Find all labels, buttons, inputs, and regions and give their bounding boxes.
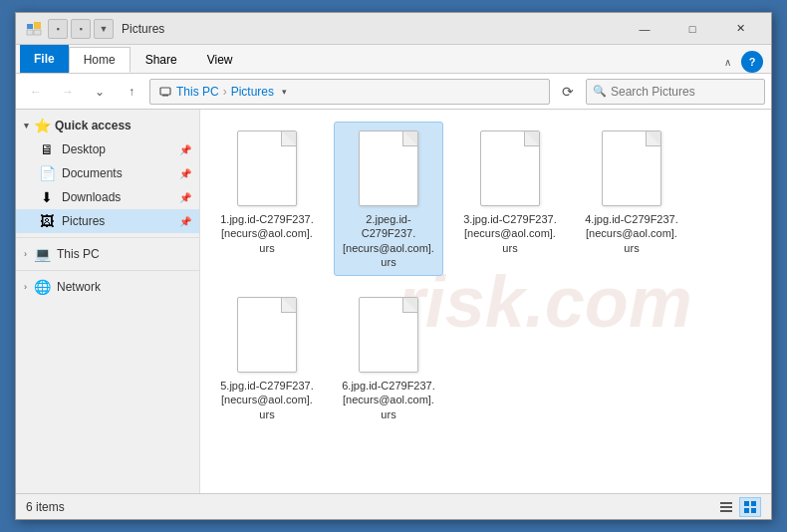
files-grid: 1.jpg.id-C279F237.[necurs@aol.com].urs 2… xyxy=(212,122,759,428)
thispc-icon: 💻 xyxy=(33,246,51,262)
window-controls: — □ ✕ xyxy=(622,14,763,44)
sidebar-item-documents[interactable]: 📄 Documents 📌 xyxy=(16,161,199,185)
svg-rect-7 xyxy=(720,506,732,508)
file-page-6 xyxy=(359,297,418,373)
sidebar-item-pictures[interactable]: 🖼 Pictures 📌 xyxy=(16,209,199,233)
ribbon: File Home Share View ∧ ? xyxy=(16,45,771,74)
sidebar-item-thispc[interactable]: › 💻 This PC xyxy=(16,242,199,266)
file-icon-6 xyxy=(354,295,423,375)
file-icon-4 xyxy=(597,129,666,208)
file-page-2 xyxy=(359,131,418,206)
explorer-window: ▪ ▪ ▼ Pictures — □ ✕ File Home Share Vie… xyxy=(15,12,772,520)
file-name-6: 6.jpg.id-C279F237.[necurs@aol.com].urs xyxy=(341,379,436,421)
sidebar-item-thispc-label: This PC xyxy=(57,247,100,261)
file-item[interactable]: 3.jpg.id-C279F237.[necurs@aol.com].urs xyxy=(455,122,565,276)
status-count: 6 items xyxy=(26,500,715,514)
qs-btn-1[interactable]: ▪ xyxy=(48,19,68,39)
file-name-5: 5.jpg.id-C279F237.[necurs@aol.com].urs xyxy=(219,379,315,421)
search-box[interactable]: 🔍 xyxy=(586,79,765,105)
svg-rect-0 xyxy=(27,24,33,29)
svg-rect-5 xyxy=(162,95,168,97)
file-item[interactable]: 4.jpg.id-C279F237.[necurs@aol.com].urs xyxy=(577,122,686,276)
search-icon: 🔍 xyxy=(593,85,607,98)
search-input[interactable] xyxy=(611,85,760,99)
svg-rect-6 xyxy=(720,502,732,504)
network-icon: 🌐 xyxy=(33,279,51,295)
qs-btn-2[interactable]: ▪ xyxy=(71,19,91,39)
address-bar-area: ← → ⌄ ↑ This PC › Pictures ▾ ⟳ 🔍 xyxy=(16,74,771,110)
sidebar-divider-1 xyxy=(16,237,199,238)
sidebar-item-downloads-label: Downloads xyxy=(62,190,121,204)
file-icon-2 xyxy=(354,129,423,208)
sidebar: ▾ ⭐ Quick access 🖥 Desktop 📌 📄 Documents… xyxy=(16,110,200,493)
title-bar: ▪ ▪ ▼ Pictures — □ ✕ xyxy=(16,13,771,45)
address-box[interactable]: This PC › Pictures ▾ xyxy=(149,79,550,105)
details-view-button[interactable] xyxy=(715,497,737,517)
address-part-pictures[interactable]: Pictures xyxy=(231,85,274,99)
file-page-4 xyxy=(602,131,661,206)
file-name-3: 3.jpg.id-C279F237.[necurs@aol.com].urs xyxy=(462,212,558,255)
maximize-button[interactable]: □ xyxy=(669,14,715,44)
tab-home[interactable]: Home xyxy=(69,47,131,73)
up-button[interactable]: ↑ xyxy=(118,78,145,106)
tab-file[interactable]: File xyxy=(20,45,69,73)
content-area[interactable]: risk.com 1.jpg.id-C279F237.[necurs@aol.c… xyxy=(200,110,771,493)
file-name-4: 4.jpg.id-C279F237.[necurs@aol.com].urs xyxy=(584,212,679,255)
quickaccess-star-icon: ⭐ xyxy=(33,118,51,133)
back-button[interactable]: ← xyxy=(22,78,50,106)
svg-rect-8 xyxy=(720,510,732,512)
svg-rect-10 xyxy=(751,501,756,506)
sidebar-item-network[interactable]: › 🌐 Network xyxy=(16,275,199,299)
help-button[interactable]: ? xyxy=(741,51,763,73)
pin-icon-desktop: 📌 xyxy=(179,144,191,155)
file-item-selected[interactable]: 2.jpeg.id-C279F237.[necurs@aol.com].urs xyxy=(334,122,443,276)
window-icon xyxy=(24,19,44,39)
desktop-icon: 🖥 xyxy=(38,141,56,157)
file-item[interactable]: 1.jpg.id-C279F237.[necurs@aol.com].urs xyxy=(212,122,322,276)
file-name-2: 2.jpeg.id-C279F237.[necurs@aol.com].urs xyxy=(341,212,436,269)
sidebar-item-desktop-label: Desktop xyxy=(62,142,106,156)
details-view-icon xyxy=(719,500,733,514)
file-icon-3 xyxy=(475,129,545,208)
address-path: This PC › Pictures xyxy=(158,85,274,99)
tab-view[interactable]: View xyxy=(192,47,248,73)
qs-dropdown[interactable]: ▼ xyxy=(94,19,114,39)
sidebar-item-pictures-label: Pictures xyxy=(62,214,105,228)
address-dropdown-icon[interactable]: ▾ xyxy=(274,87,294,97)
address-part-thispc[interactable]: This PC xyxy=(176,85,219,99)
sidebar-item-documents-label: Documents xyxy=(62,166,123,180)
sidebar-header-quickaccess[interactable]: ▾ ⭐ Quick access xyxy=(16,114,199,137)
close-button[interactable]: ✕ xyxy=(717,14,763,44)
pin-icon-pictures: 📌 xyxy=(179,216,191,227)
file-page-5 xyxy=(237,297,297,373)
minimize-button[interactable]: — xyxy=(622,14,667,44)
dropdown-button[interactable]: ⌄ xyxy=(86,78,114,106)
file-item[interactable]: 5.jpg.id-C279F237.[necurs@aol.com].urs xyxy=(212,288,322,428)
window-title: Pictures xyxy=(122,22,622,36)
quick-access-toolbar: ▪ ▪ ▼ xyxy=(48,19,114,39)
file-item[interactable]: 6.jpg.id-C279F237.[necurs@aol.com].urs xyxy=(334,288,443,428)
refresh-button[interactable]: ⟳ xyxy=(554,78,582,106)
thispc-arrow-icon: › xyxy=(24,249,27,259)
svg-rect-4 xyxy=(160,88,170,95)
quickaccess-arrow-icon: ▾ xyxy=(24,121,29,131)
ribbon-collapse-icon[interactable]: ∧ xyxy=(717,52,737,72)
large-icons-view-button[interactable] xyxy=(739,497,761,517)
file-page-3 xyxy=(480,131,540,206)
pin-icon-downloads: 📌 xyxy=(179,192,191,203)
svg-rect-2 xyxy=(27,30,33,35)
pin-icon-documents: 📌 xyxy=(179,168,191,179)
svg-rect-1 xyxy=(34,22,41,29)
main-area: ▾ ⭐ Quick access 🖥 Desktop 📌 📄 Documents… xyxy=(16,110,771,493)
file-page-1 xyxy=(237,131,297,206)
large-icons-view-icon xyxy=(743,500,757,514)
file-icon-1 xyxy=(232,129,302,208)
file-name-1: 1.jpg.id-C279F237.[necurs@aol.com].urs xyxy=(219,212,315,255)
network-arrow-icon: › xyxy=(24,282,27,292)
sidebar-item-downloads[interactable]: ⬇ Downloads 📌 xyxy=(16,185,199,209)
tab-share[interactable]: Share xyxy=(131,47,192,73)
file-icon-5 xyxy=(232,295,302,375)
sidebar-item-desktop[interactable]: 🖥 Desktop 📌 xyxy=(16,137,199,161)
ribbon-tabs: File Home Share View ∧ ? xyxy=(16,45,771,73)
forward-button[interactable]: → xyxy=(54,78,82,106)
